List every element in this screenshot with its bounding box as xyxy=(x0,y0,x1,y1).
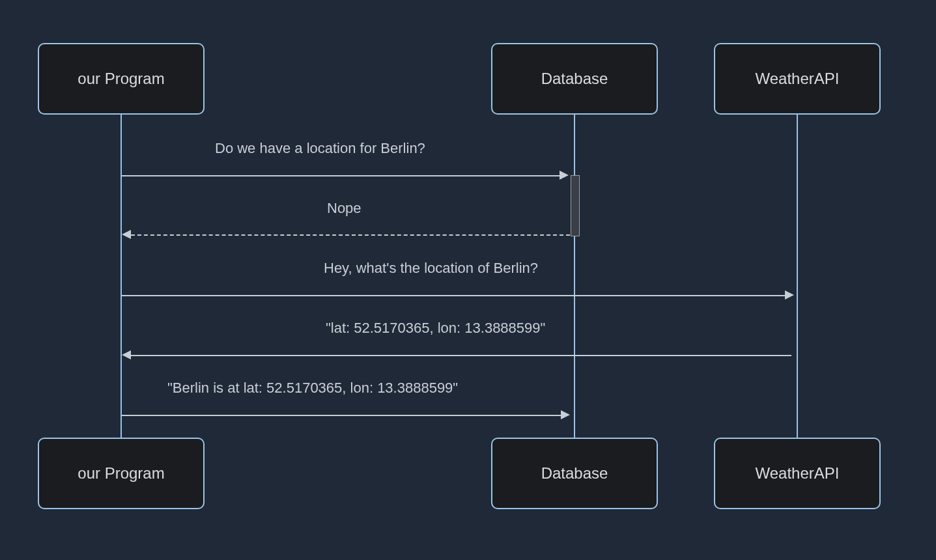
actor-database-bottom: Database xyxy=(491,438,658,509)
arrowhead-right-icon xyxy=(785,290,794,300)
actor-label: WeatherAPI xyxy=(756,464,840,483)
message-arrow-dashed xyxy=(131,234,570,236)
message-arrow xyxy=(122,175,560,176)
actor-program-bottom: our Program xyxy=(38,438,205,509)
message-arrow xyxy=(122,295,787,296)
lifeline-weatherapi xyxy=(797,115,798,438)
actor-label: Database xyxy=(541,464,608,483)
message-label: "lat: 52.5170365, lon: 13.3888599" xyxy=(326,320,545,337)
message-arrow xyxy=(131,355,791,356)
arrowhead-left-icon xyxy=(122,350,131,359)
actor-weatherapi-top: WeatherAPI xyxy=(714,43,881,115)
arrowhead-right-icon xyxy=(560,171,569,180)
lifeline-program xyxy=(121,115,122,438)
message-label: Hey, what's the location of Berlin? xyxy=(324,260,538,277)
arrowhead-left-icon xyxy=(122,230,131,239)
arrowhead-right-icon xyxy=(561,410,570,419)
message-label: Do we have a location for Berlin? xyxy=(215,140,425,157)
actor-database-top: Database xyxy=(491,43,658,115)
actor-label: our Program xyxy=(78,70,164,88)
message-label: Nope xyxy=(327,200,362,217)
actor-label: WeatherAPI xyxy=(756,70,840,88)
actor-weatherapi-bottom: WeatherAPI xyxy=(714,438,881,509)
actor-program-top: our Program xyxy=(38,43,205,115)
message-arrow xyxy=(122,415,563,416)
actor-label: our Program xyxy=(78,464,164,483)
actor-label: Database xyxy=(541,70,608,88)
message-label: "Berlin is at lat: 52.5170365, lon: 13.3… xyxy=(167,380,458,397)
lifeline-database xyxy=(574,115,575,438)
sequence-diagram: our Program Database WeatherAPI our Prog… xyxy=(0,0,936,560)
activation-database xyxy=(571,175,580,236)
